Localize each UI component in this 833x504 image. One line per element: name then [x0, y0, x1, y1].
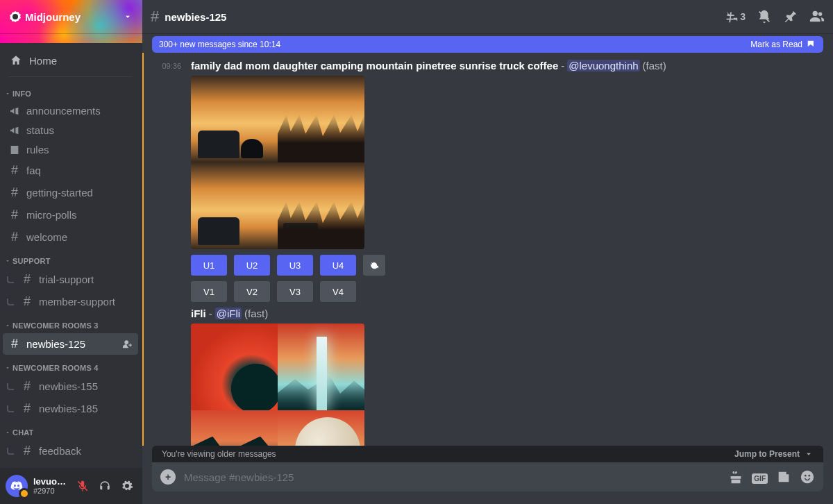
variation-button-V1[interactable]: V1: [191, 281, 227, 302]
channel-label: member-support: [39, 296, 115, 308]
variation-button-V3[interactable]: V3: [277, 281, 313, 302]
megaphone-icon: [8, 106, 21, 117]
older-text: You're viewing older messages: [162, 449, 276, 459]
hash-icon: #: [8, 337, 21, 351]
attach-button[interactable]: +: [160, 469, 176, 485]
threads-count: 3: [740, 11, 746, 22]
upscale-button-U2[interactable]: U2: [234, 255, 270, 276]
channel-item-member-support[interactable]: #member-support: [3, 291, 138, 312]
emoji-button[interactable]: [800, 469, 815, 485]
channel-label: micro-polls: [26, 209, 77, 221]
server-header[interactable]: Midjourney: [0, 0, 142, 33]
mark-as-read-button[interactable]: Mark as Read: [750, 40, 816, 49]
members-button[interactable]: [809, 9, 825, 24]
channel-item-faq[interactable]: #faq: [3, 160, 138, 181]
channel-label: newbies-125: [26, 338, 85, 350]
sticker-button[interactable]: [776, 469, 791, 485]
home-label: Home: [29, 55, 57, 67]
channel-item-newbies-155[interactable]: #newbies-155: [3, 376, 138, 397]
image-grid[interactable]: [191, 76, 364, 249]
category-header[interactable]: INFO: [3, 81, 138, 101]
message-mode: (fast): [244, 308, 268, 319]
user-info[interactable]: levuongthi... #2970: [33, 477, 67, 495]
hash-icon: #: [151, 8, 159, 26]
hash-icon: #: [21, 401, 33, 416]
channel-label: welcome: [26, 231, 67, 243]
channel-item-feedback[interactable]: #feedback: [3, 440, 138, 462]
notifications-button[interactable]: [757, 9, 772, 24]
channel-label: newbies-155: [39, 380, 98, 392]
message: iFli - @iFli (fast): [153, 305, 823, 446]
main-content: # newbies-125 3 300+ new messages since …: [142, 0, 833, 504]
channel-item-micro-polls[interactable]: #micro-polls: [3, 204, 138, 226]
rules-icon: [8, 144, 21, 156]
message: 09:36family dad mom daughter camping mou…: [153, 57, 823, 305]
upscale-button-U3[interactable]: U3: [277, 255, 313, 276]
variation-button-V4[interactable]: V4: [320, 281, 356, 302]
channel-title: newbies-125: [165, 11, 226, 23]
channel-sidebar: Midjourney Home INFOannouncementsstatusr…: [0, 0, 142, 504]
channel-label: rules: [26, 144, 49, 156]
hash-icon: #: [8, 163, 21, 178]
threads-button[interactable]: 3: [723, 9, 746, 24]
channel-item-getting-started[interactable]: #getting-started: [3, 182, 138, 203]
message-timestamp: 09:36: [153, 60, 181, 302]
discord-icon: [10, 481, 23, 491]
reroll-button[interactable]: [363, 255, 385, 276]
svg-point-3: [801, 471, 814, 483]
channel-header: # newbies-125 3: [142, 0, 833, 33]
message-timestamp: [153, 308, 181, 446]
channel-label: faq: [26, 165, 41, 176]
jump-to-present-button[interactable]: Jump to Present: [734, 449, 814, 459]
home-item[interactable]: Home: [3, 49, 138, 72]
create-invite-icon[interactable]: [123, 339, 133, 349]
svg-point-5: [808, 475, 810, 477]
category-header[interactable]: SUPPORT: [3, 249, 138, 268]
channel-item-newbies-125[interactable]: #newbies-125: [3, 333, 138, 355]
user-avatar[interactable]: [6, 475, 28, 497]
user-name: levuongthi...: [33, 477, 67, 487]
new-messages-bar[interactable]: 300+ new messages since 10:14 Mark as Re…: [152, 36, 823, 53]
home-icon: [10, 54, 22, 67]
variation-button-V2[interactable]: V2: [234, 281, 270, 302]
message-mode: (fast): [643, 60, 666, 72]
deafen-button[interactable]: [95, 476, 115, 496]
category-header[interactable]: NEWCOMER ROOMS 4: [3, 355, 138, 375]
user-mention[interactable]: @levuongthinh: [567, 60, 639, 72]
older-messages-bar: You're viewing older messages Jump to Pr…: [152, 446, 823, 462]
message-prompt: family dad mom daughter camping mountain…: [191, 60, 558, 72]
gift-button[interactable]: [728, 469, 743, 485]
message-header: family dad mom daughter camping mountain…: [191, 60, 823, 72]
gif-button[interactable]: GIF: [752, 470, 768, 485]
channel-item-announcements[interactable]: announcements: [3, 101, 138, 120]
user-mention[interactable]: @iFli: [215, 308, 242, 319]
category-header[interactable]: CHAT: [3, 420, 138, 439]
category-header[interactable]: NEWCOMER ROOMS 3: [3, 313, 138, 333]
settings-button[interactable]: [117, 476, 137, 496]
megaphone-icon: [8, 125, 21, 136]
channel-label: getting-started: [26, 187, 93, 199]
chevron-down-icon: [123, 12, 133, 22]
hash-icon: #: [8, 185, 21, 200]
message-input[interactable]: [184, 471, 720, 483]
channel-item-newbies-185[interactable]: #newbies-185: [3, 398, 138, 419]
upscale-button-U1[interactable]: U1: [191, 255, 227, 276]
message-prompt: iFli: [191, 308, 206, 319]
jump-label: Jump to Present: [734, 449, 800, 459]
pinned-button[interactable]: [783, 9, 798, 24]
channel-item-trial-support[interactable]: #trial-support: [3, 269, 138, 290]
channel-label: trial-support: [39, 274, 94, 285]
svg-point-4: [805, 475, 807, 477]
mic-mute-button[interactable]: [73, 476, 92, 496]
mark-as-read-label: Mark as Read: [750, 40, 802, 49]
image-grid[interactable]: [191, 324, 364, 446]
channel-label: feedback: [39, 445, 81, 457]
message-list[interactable]: 09:36family dad mom daughter camping mou…: [142, 53, 833, 446]
message-composer: + GIF: [152, 462, 823, 492]
upscale-button-U4[interactable]: U4: [320, 255, 356, 276]
channel-item-rules[interactable]: rules: [3, 140, 138, 159]
channel-item-welcome[interactable]: #welcome: [3, 226, 138, 248]
channel-item-status[interactable]: status: [3, 121, 138, 140]
channel-label: announcements: [26, 105, 101, 117]
channel-list[interactable]: Home INFOannouncementsstatusrules#faq#ge…: [0, 43, 142, 468]
